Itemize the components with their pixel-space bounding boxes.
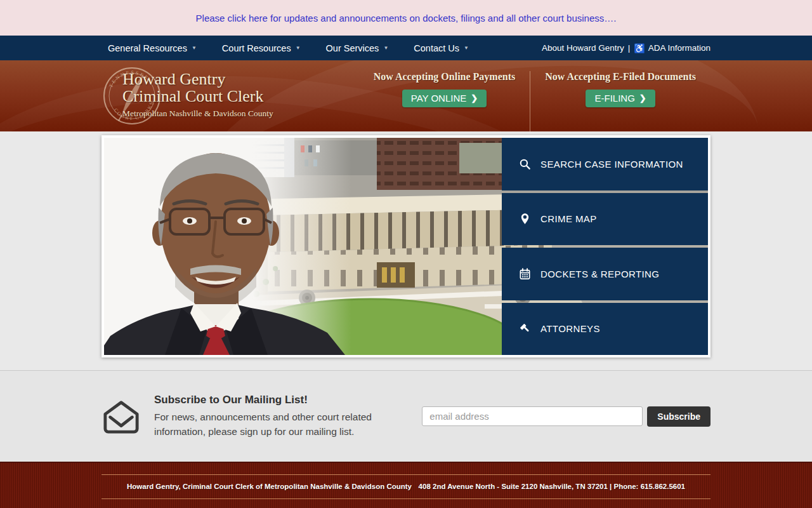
- ada-wheelchair-icon: ♿: [634, 43, 645, 53]
- footer-address-phone: 408 2nd Avenue North - Suite 2120 Nashvi…: [419, 483, 685, 490]
- hero-quick-links: SEARCH CASE INFORMATION CRIME MAP: [502, 138, 708, 355]
- e-filing-button[interactable]: E-FILING ❯: [586, 90, 655, 107]
- subscribe-description: For news, announcements and other court …: [154, 410, 395, 439]
- nav-item-general-resources[interactable]: General Resources ▼: [108, 43, 197, 53]
- map-marker-icon: [519, 213, 531, 225]
- attorneys-link[interactable]: ATTORNEYS: [502, 303, 708, 356]
- ada-information-link[interactable]: ♿ ADA Information: [634, 43, 710, 53]
- subscribe-heading: Subscribe to Our Mailing List!: [154, 394, 395, 406]
- site-subtitle: Metropolitan Nashville & Davidson County: [122, 109, 273, 119]
- hero-image-frame: SEARCH CASE INFORMATION CRIME MAP: [102, 135, 710, 358]
- chevron-right-icon: ❯: [639, 93, 646, 103]
- nav-item-contact-us[interactable]: Contact Us ▼: [414, 43, 469, 53]
- promo-heading: Now Accepting E-Filed Documents: [545, 71, 696, 83]
- chevron-down-icon: ▼: [296, 45, 301, 51]
- pay-online-button[interactable]: PAY ONLINE ❯: [402, 90, 487, 107]
- nav-item-our-services[interactable]: Our Services ▼: [326, 43, 389, 53]
- site-branding: Howard Gentry Criminal Court Clerk Metro…: [122, 60, 273, 131]
- footer-clerk-text: Howard Gentry, Criminal Court Clerk of M…: [127, 483, 412, 490]
- chevron-right-icon: ❯: [471, 93, 478, 103]
- chevron-down-icon: ▼: [383, 45, 388, 51]
- main-navbar: General Resources ▼ Court Resources ▼ Ou…: [0, 36, 812, 60]
- subscribe-form: Subscribe: [422, 406, 710, 427]
- promo-online-payments: Now Accepting Online Payments PAY ONLINE…: [359, 71, 530, 131]
- calendar-icon: [519, 268, 531, 280]
- chevron-down-icon: ▼: [192, 45, 197, 51]
- subscribe-section: Subscribe to Our Mailing List! For news,…: [0, 371, 812, 462]
- promo-heading: Now Accepting Online Payments: [374, 71, 516, 83]
- nav-item-court-resources[interactable]: Court Resources ▼: [222, 43, 301, 53]
- search-icon: [519, 158, 531, 170]
- subscribe-copy: Subscribe to Our Mailing List! For news,…: [154, 394, 395, 439]
- email-input[interactable]: [422, 406, 643, 426]
- search-case-information-link[interactable]: SEARCH CASE INFORMATION: [502, 138, 708, 190]
- main-section: SEARCH CASE INFORMATION CRIME MAP: [0, 131, 812, 371]
- promo-efiling: Now Accepting E-Filed Documents E-FILING…: [530, 71, 710, 131]
- dockets-reporting-link[interactable]: DOCKETS & REPORTING: [502, 248, 708, 300]
- header-promos: Now Accepting Online Payments PAY ONLINE…: [359, 60, 710, 131]
- envelope-icon: [102, 398, 141, 435]
- alert-link[interactable]: Please click here for updates and announ…: [196, 13, 617, 23]
- crime-map-link[interactable]: CRIME MAP: [502, 193, 708, 246]
- about-howard-gentry-link[interactable]: About Howard Gentry: [542, 43, 624, 53]
- site-header: TENNESSEE COURT CLERKS Howard Gentry Cri…: [0, 60, 812, 131]
- gavel-icon: [519, 323, 531, 335]
- site-footer: Howard Gentry, Criminal Court Clerk of M…: [0, 462, 812, 508]
- alert-banner: Please click here for updates and announ…: [0, 0, 812, 36]
- nav-menu: General Resources ▼ Court Resources ▼ Ou…: [108, 43, 469, 53]
- nav-secondary: About Howard Gentry | ♿ ADA Information: [542, 43, 710, 53]
- subscribe-button[interactable]: Subscribe: [647, 406, 710, 427]
- site-title: Howard Gentry Criminal Court Clerk: [122, 70, 273, 105]
- nav-separator: |: [628, 43, 631, 53]
- chevron-down-icon: ▼: [464, 45, 469, 51]
